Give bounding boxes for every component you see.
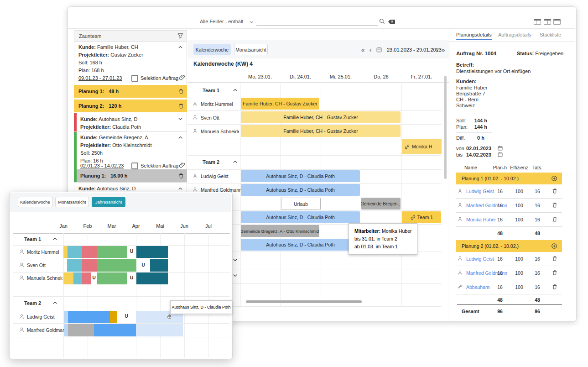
expand-icon[interactable] bbox=[232, 257, 239, 263]
year-bar-paleblue[interactable] bbox=[136, 324, 183, 336]
gridline bbox=[13, 323, 230, 324]
year-bar-teal[interactable] bbox=[136, 273, 168, 284]
layout-single-icon[interactable] bbox=[553, 19, 561, 25]
add-icon[interactable] bbox=[551, 175, 557, 182]
nav-first-icon[interactable]: « bbox=[361, 47, 364, 53]
trash-icon[interactable] bbox=[178, 88, 184, 94]
year-bar-blue[interactable] bbox=[68, 311, 110, 323]
year-bar-red[interactable] bbox=[82, 246, 97, 258]
schedule-bar-gray[interactable]: Gemeinde Bregenz, A - Otto Kleinschmidt bbox=[241, 225, 319, 237]
schedule-bar-linked[interactable]: Team 1 bbox=[402, 211, 441, 223]
year-bar-red[interactable] bbox=[82, 259, 97, 272]
bis-date[interactable]: 14.02.2023 bbox=[466, 152, 491, 157]
resource-link[interactable]: Abbauhammer pn.. bbox=[466, 284, 490, 290]
schedule-bar[interactable]: Autohaus Sinz, D - Claudia Poth bbox=[241, 184, 360, 196]
layout-left-split-icon[interactable] bbox=[534, 19, 541, 25]
year-bar-gray[interactable] bbox=[68, 324, 94, 336]
row-divider bbox=[456, 266, 562, 266]
expand-icon[interactable] bbox=[232, 272, 239, 279]
nav-prev-icon[interactable]: ‹ bbox=[369, 47, 371, 53]
tab-kalenderwoche[interactable]: Kalenderwoche bbox=[18, 197, 52, 207]
schedule-bar[interactable]: Familie Huber, CH - Gustav Zucker bbox=[241, 111, 401, 123]
year-bar-blue[interactable] bbox=[94, 324, 136, 336]
paperclip-icon[interactable] bbox=[179, 162, 186, 168]
trash-icon[interactable] bbox=[552, 255, 558, 262]
schedule-bar[interactable]: Autohaus Sinz, D - Claudia Poth bbox=[241, 170, 360, 182]
card-date-range-link[interactable]: 09.01.23 - 27.01.23 bbox=[78, 75, 122, 81]
collapse-icon[interactable] bbox=[232, 158, 239, 165]
schedule-bar[interactable]: Autohaus Sinz, D - Claudia Poth bbox=[241, 211, 360, 223]
schedule-bar-linked[interactable]: Monika H bbox=[402, 139, 442, 154]
search-input[interactable] bbox=[256, 16, 378, 26]
schedule-bar[interactable]: Autohaus Sinz, D - Claudia Poth bbox=[241, 239, 360, 251]
trash-icon[interactable] bbox=[178, 103, 184, 109]
tab-planungsdetails[interactable]: Planungsdetails bbox=[456, 32, 492, 37]
filter-icon[interactable] bbox=[177, 32, 184, 39]
card-date-range-link[interactable]: 02.01.23 - 14.02.23 bbox=[80, 163, 124, 168]
calendar-icon[interactable] bbox=[376, 47, 382, 53]
tab-auftragsdetails[interactable]: Auftragsdetails bbox=[498, 32, 531, 37]
selektion-checkbox[interactable] bbox=[131, 75, 138, 82]
year-bar-yellow[interactable] bbox=[63, 246, 68, 258]
nav-last-icon[interactable]: » bbox=[442, 47, 445, 53]
year-bar-orange[interactable] bbox=[110, 311, 117, 323]
planung-group-header[interactable]: Planung 1 (01.02. - 10.02.) bbox=[456, 173, 562, 184]
collapse-icon[interactable] bbox=[177, 44, 184, 51]
tooltip-line: ab 01.03. im Team 1 bbox=[354, 243, 411, 251]
tab-kalenderwoche[interactable]: Kalenderwoche bbox=[193, 44, 231, 55]
year-bar-green[interactable] bbox=[97, 246, 127, 258]
layout-two-pane-icon[interactable] bbox=[544, 19, 551, 25]
chevron-down-icon[interactable] bbox=[249, 19, 255, 25]
calendar-icon[interactable] bbox=[497, 145, 503, 151]
selektion-checkbox[interactable] bbox=[131, 163, 138, 169]
year-bar-red[interactable] bbox=[82, 273, 91, 284]
year-bar-green[interactable] bbox=[97, 273, 127, 284]
planung-bar[interactable]: Planung 2: 120 h bbox=[74, 100, 187, 112]
tab-jahresansicht[interactable]: Jahresansicht bbox=[92, 197, 125, 207]
planung-bar[interactable]: Planung 1: 48 h bbox=[74, 85, 187, 98]
year-bar-teal[interactable] bbox=[136, 246, 168, 258]
active-tab-underline bbox=[456, 39, 492, 40]
year-bar-lightblue[interactable] bbox=[64, 311, 68, 323]
trash-icon[interactable] bbox=[552, 216, 558, 222]
year-bar-teal[interactable] bbox=[150, 259, 168, 272]
schedule-bar[interactable]: Familie Huber, CH - Gustav Zucker bbox=[241, 125, 401, 137]
nav-next-icon[interactable]: › bbox=[436, 47, 438, 53]
tab-monatsansicht[interactable]: Monatsansicht bbox=[234, 44, 268, 55]
collapse-icon[interactable] bbox=[52, 236, 58, 242]
year-bar-cyan[interactable] bbox=[73, 273, 82, 284]
collapse-icon[interactable] bbox=[177, 134, 184, 141]
tab-monatsansicht[interactable]: Monatsansicht bbox=[55, 197, 89, 207]
collapse-icon[interactable] bbox=[232, 87, 239, 94]
von-date[interactable]: 02.01.2023 bbox=[466, 146, 491, 151]
search-icon[interactable] bbox=[379, 18, 385, 25]
planung-bar-gray[interactable]: Planung 1: 16.00 h bbox=[77, 169, 187, 182]
year-bar-green[interactable] bbox=[97, 259, 136, 272]
date-range[interactable]: 23.01.2023 - 29.01.2023 bbox=[387, 47, 442, 52]
paperclip-icon[interactable] bbox=[179, 74, 186, 81]
vertical-scrollbar[interactable] bbox=[444, 76, 447, 179]
year-bar-lightblue[interactable] bbox=[64, 324, 68, 336]
trash-icon[interactable] bbox=[552, 283, 558, 290]
horizontal-scrollbar[interactable] bbox=[246, 300, 362, 303]
expand-icon[interactable] bbox=[177, 115, 184, 122]
collapse-icon[interactable] bbox=[177, 185, 184, 192]
schedule-bar-gray[interactable]: Gemeinde Bregen... bbox=[361, 198, 401, 210]
year-bar-cyan[interactable] bbox=[67, 259, 82, 272]
year-bar-yellow[interactable] bbox=[63, 273, 73, 284]
schedule-bar[interactable]: Familie Huber, CH - Gustav Zucker bbox=[241, 98, 319, 110]
trash-icon[interactable] bbox=[552, 188, 558, 194]
year-bar-cyan[interactable] bbox=[68, 246, 82, 258]
vacation-bar[interactable]: Urlaub bbox=[281, 198, 321, 210]
search-scope-label[interactable]: Alle Felder - enthält bbox=[200, 19, 243, 24]
tab-stueckliste[interactable]: Stückliste bbox=[540, 32, 561, 37]
trash-icon[interactable] bbox=[552, 269, 558, 276]
add-icon[interactable] bbox=[551, 243, 557, 249]
collapse-icon[interactable] bbox=[52, 299, 58, 306]
planung-group-header[interactable]: Planung 2 (01.02. - 10.02.) bbox=[456, 240, 562, 252]
trash-icon[interactable] bbox=[178, 173, 184, 179]
layout-icon-bar bbox=[534, 19, 541, 21]
trash-icon[interactable] bbox=[552, 202, 558, 208]
calendar-icon[interactable] bbox=[497, 152, 503, 157]
clear-search-icon[interactable] bbox=[388, 19, 395, 24]
